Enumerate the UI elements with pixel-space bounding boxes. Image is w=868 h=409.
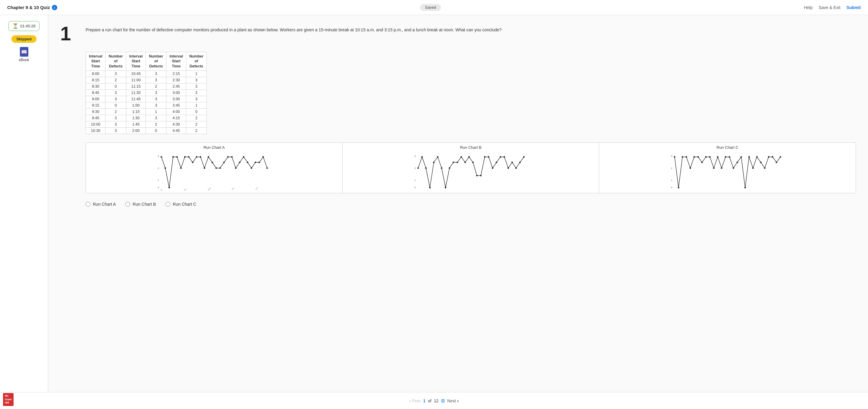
table-cell: 4:45 xyxy=(166,127,186,134)
ebook-button[interactable]: 📖 eBook xyxy=(19,47,29,62)
mcgraw-logo: Mc Graw Hill xyxy=(3,393,13,406)
save-exit-link[interactable]: Save & Exit xyxy=(818,5,840,10)
table-cell: 1:45 xyxy=(126,121,146,127)
chart-a-title: Run Chart A xyxy=(87,145,341,150)
svg-text:2: 2 xyxy=(414,167,416,170)
svg-point-59 xyxy=(488,156,490,158)
svg-point-88 xyxy=(733,167,734,169)
svg-text:3: 3 xyxy=(414,155,416,158)
svg-point-81 xyxy=(705,156,707,158)
svg-point-68 xyxy=(523,156,525,158)
svg-text:2: 2 xyxy=(158,167,159,170)
saved-badge: Saved xyxy=(420,4,441,11)
table-cell: 0 xyxy=(105,102,126,108)
option-a-radio[interactable] xyxy=(86,202,90,207)
svg-point-96 xyxy=(764,167,766,169)
svg-point-19 xyxy=(219,167,221,169)
col-header-3a: IntervalStartTime xyxy=(166,52,186,71)
table-cell: 3 xyxy=(105,96,126,102)
table-cell: 11:15 xyxy=(126,83,146,90)
table-cell: 2 xyxy=(146,121,166,127)
svg-point-66 xyxy=(516,167,517,169)
svg-point-8 xyxy=(176,156,178,158)
col-header-1b: NumberofDefects xyxy=(105,52,126,71)
option-b-label[interactable]: Run Chart B xyxy=(125,202,156,207)
svg-point-60 xyxy=(492,167,493,169)
table-row: 9:1501:0033:451 xyxy=(86,102,207,108)
svg-point-84 xyxy=(717,156,718,158)
svg-text:3: 3 xyxy=(671,155,673,158)
submit-link[interactable]: Submit xyxy=(846,5,861,10)
table-cell: 3 xyxy=(105,127,126,134)
table-row: 10:3032:0004:452 xyxy=(86,127,207,134)
table-cell: 1:15 xyxy=(126,108,146,115)
svg-point-20 xyxy=(223,162,225,163)
table-row: 9:3021:1514:000 xyxy=(86,108,207,115)
info-icon[interactable]: i xyxy=(52,5,57,10)
svg-point-89 xyxy=(737,162,738,163)
main-layout: ⏳ 01:45:28 Skipped 📖 eBook 1 Prepare a r… xyxy=(0,15,868,392)
table-cell: 3 xyxy=(146,70,166,77)
quiz-title: Chapter 9 & 10 Quiz xyxy=(7,5,50,10)
next-chevron-icon: › xyxy=(457,398,459,404)
page-current: 1 xyxy=(423,399,426,403)
svg-point-85 xyxy=(721,167,722,169)
table-cell: 2 xyxy=(105,108,126,115)
svg-point-48 xyxy=(445,187,446,188)
option-c-radio[interactable] xyxy=(165,202,170,207)
svg-point-91 xyxy=(744,187,746,188)
chart-b-title: Run Chart B xyxy=(344,145,598,150)
svg-point-77 xyxy=(689,167,691,169)
svg-point-15 xyxy=(204,167,205,169)
table-cell: 3:45 xyxy=(166,102,186,108)
option-b-radio[interactable] xyxy=(125,202,130,207)
prev-button[interactable]: ‹ Prev xyxy=(409,398,421,404)
table-cell: 3 xyxy=(186,90,207,96)
svg-point-4 xyxy=(161,156,162,158)
svg-point-90 xyxy=(741,156,742,158)
option-c-label[interactable]: Run Chart C xyxy=(165,202,196,207)
table-cell: 2:30 xyxy=(166,77,186,83)
data-table: IntervalStartTime NumberofDefects Interv… xyxy=(86,52,207,134)
chart-c-section: Run Chart C 3 2 1 0 xyxy=(599,143,856,193)
svg-point-25 xyxy=(243,156,244,158)
table-cell: 11:00 xyxy=(126,77,146,83)
table-cell: 3 xyxy=(186,77,207,83)
svg-text:3:15: 3:15 xyxy=(255,187,258,190)
table-cell: 2:15 xyxy=(166,70,186,77)
prev-label: Prev xyxy=(412,399,421,403)
svg-point-94 xyxy=(756,156,758,158)
table-cell: 9:30 xyxy=(86,108,105,115)
svg-point-75 xyxy=(682,156,683,158)
svg-point-5 xyxy=(164,167,166,169)
svg-text:0: 0 xyxy=(414,186,416,189)
grid-icon[interactable]: ⊞ xyxy=(441,398,445,404)
table-cell: 2 xyxy=(186,127,207,134)
page-of: of xyxy=(428,399,432,403)
svg-point-82 xyxy=(709,156,711,158)
svg-point-23 xyxy=(235,167,237,169)
svg-point-9 xyxy=(180,167,182,169)
svg-point-98 xyxy=(772,156,773,158)
table-cell: 3 xyxy=(105,70,126,77)
table-cell: 4:30 xyxy=(166,121,186,127)
help-link[interactable]: Help xyxy=(804,5,812,10)
logo-line2: Graw xyxy=(5,398,12,402)
svg-point-74 xyxy=(678,187,679,188)
table-cell: 3 xyxy=(105,90,126,96)
svg-point-64 xyxy=(507,167,509,169)
next-button[interactable]: Next › xyxy=(447,398,459,404)
svg-text:1: 1 xyxy=(158,179,159,182)
question-text: Prepare a run chart for the number of de… xyxy=(86,24,501,43)
table-row: 10:0031:4524:302 xyxy=(86,121,207,127)
chart-b-section: Run Chart B 3 2 1 0 xyxy=(343,143,599,193)
svg-point-30 xyxy=(262,156,264,158)
table-row: 9:4531:3034:152 xyxy=(86,115,207,121)
svg-point-78 xyxy=(693,156,695,158)
svg-point-28 xyxy=(255,162,256,163)
svg-point-63 xyxy=(504,156,505,158)
option-a-label[interactable]: Run Chart A xyxy=(86,202,116,207)
page-info: 1 of 12 ⊞ xyxy=(423,398,445,404)
svg-point-10 xyxy=(184,156,186,158)
chart-a-svg: 3 2 1 0 xyxy=(87,151,341,192)
